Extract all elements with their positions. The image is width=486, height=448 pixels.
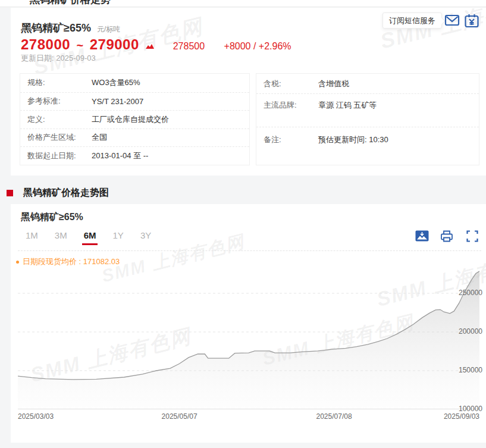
update-date-label: 更新日期: <box>21 54 54 62</box>
clipped-page-heading: 黑钨精矿价格走势 <box>0 0 486 7</box>
price-average: 278500 <box>173 41 205 51</box>
section-title: 黑钨精矿价格走势图 <box>7 187 109 199</box>
spec-value: WO3含量65% <box>92 77 140 88</box>
spec-value: 含增值税 <box>318 79 349 89</box>
spec-label: 定义: <box>27 114 92 125</box>
spec-row: 含税:含增值税 <box>256 74 479 93</box>
price-summary-card: SMM 上海有色网 SMM 上海有色网 SMM 上海有色网 黑钨精矿≥65%元/… <box>11 8 486 176</box>
spec-row: 价格产生区域:全国 <box>20 129 249 147</box>
sms-subscribe-tooltip: 订阅短信服务 <box>382 12 442 29</box>
price-change: +8000 / +2.96% <box>224 41 291 51</box>
spec-value: 2013-01-04 至 -- <box>92 151 148 161</box>
spec-value: 全国 <box>92 132 107 143</box>
spec-row: 数据起止日期:2013-01-04 至 -- <box>20 146 249 165</box>
price-range-tilde: ~ <box>77 39 84 52</box>
spec-table-right: 含税:含增值税主流品牌:章源 江钨 五矿等备注:预估更新时间: 10:30 <box>256 73 479 165</box>
spec-label: 参考标准: <box>27 96 92 106</box>
tab-3y[interactable]: 3Y <box>140 230 151 245</box>
y-tick-label: 150000 <box>447 366 482 374</box>
spec-value: 预估更新时间: 10:30 <box>318 134 388 145</box>
range-tabs: 1M3M6M1Y3Y <box>26 230 168 245</box>
spec-value: 章源 江钨 五矿等 <box>318 100 377 111</box>
price-line-chart[interactable] <box>18 265 479 409</box>
spec-row: 备注:预估更新时间: 10:30 <box>256 127 479 165</box>
price-notify-icon[interactable] <box>464 14 479 30</box>
spec-label: 数据起止日期: <box>27 151 92 161</box>
price-low: 278000 <box>21 36 70 52</box>
page-heading-text: 黑钨精矿价格走势 <box>30 0 111 7</box>
x-tick-label: 2025/05/07 <box>162 412 197 421</box>
product-name: 黑钨精矿≥65% <box>21 22 91 34</box>
price-trend-card: SMM 上海有色网 SMM 上海有色网 SMM 上海有色网 SMM 上海有色网 … <box>11 204 486 443</box>
page: 黑钨精矿价格走势 SMM 上海有色网 SMM 上海有色网 SMM 上海有色网 黑… <box>0 0 486 448</box>
spec-row: 参考标准:YS/T 231-2007 <box>20 92 249 111</box>
spec-row: 主流品牌:章源 江钨 五矿等 <box>256 93 479 127</box>
tab-1m[interactable]: 1M <box>26 230 38 245</box>
spec-row: 定义:工厂或仓库自提成交价 <box>20 110 249 129</box>
spec-label: 价格产生区域: <box>27 132 92 143</box>
spec-label: 主流品牌: <box>264 100 318 111</box>
price-high: 279000 <box>90 36 139 52</box>
update-date-row: 更新日期: 2025-09-03 <box>21 53 96 64</box>
x-tick-label: 2025/03/03 <box>18 412 54 421</box>
spec-value: YS/T 231-2007 <box>92 97 143 106</box>
update-date-value: 2025-09-03 <box>56 54 96 62</box>
price-unit: 元/标吨 <box>97 25 120 33</box>
tab-1y[interactable]: 1Y <box>113 230 124 245</box>
y-tick-label: 250000 <box>447 289 482 297</box>
tab-6m[interactable]: 6M <box>84 230 96 245</box>
spec-label: 规格: <box>27 77 92 88</box>
red-square-bullet-icon <box>7 190 13 196</box>
area-fill <box>18 271 479 409</box>
spec-label: 备注: <box>264 134 318 145</box>
spec-label: 含税: <box>264 79 318 89</box>
x-tick-label: 2025/09/03 <box>444 412 479 421</box>
product-title-row: 黑钨精矿≥65%元/标吨 <box>21 21 120 35</box>
legend-dot-icon <box>16 261 19 264</box>
y-tick-label: 100000 <box>447 405 482 413</box>
divider <box>18 250 481 251</box>
save-image-icon[interactable] <box>415 230 429 244</box>
print-icon[interactable] <box>440 230 453 245</box>
x-tick-label: 2025/07/08 <box>316 412 352 421</box>
price-up-icon <box>145 43 155 49</box>
mail-envelope-icon[interactable] <box>444 14 460 29</box>
spec-row: 规格:WO3含量65% <box>20 74 249 92</box>
fullscreen-icon[interactable] <box>466 230 478 245</box>
tab-3m[interactable]: 3M <box>55 230 67 245</box>
y-tick-label: 200000 <box>447 327 482 336</box>
section-title-text: 黑钨精矿价格走势图 <box>23 187 109 199</box>
chart-title: 黑钨精矿≥65% <box>21 211 83 224</box>
spec-table-left: 规格:WO3含量65%参考标准:YS/T 231-2007定义:工厂或仓库自提成… <box>20 73 250 165</box>
price-row: 278000 ~ 279000 278500 +8000 / +2.96% <box>21 36 291 53</box>
spec-value: 工厂或仓库自提成交价 <box>92 114 169 125</box>
